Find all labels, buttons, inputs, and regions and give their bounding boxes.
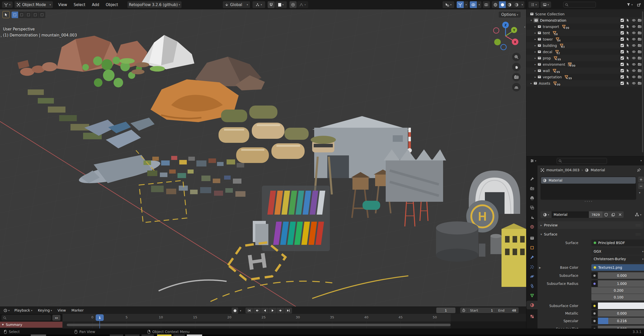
subsurface-slider[interactable]: 0.000 [598,272,644,279]
hide-render-icon[interactable] [638,31,641,35]
outliner-row-building[interactable]: ▸ building 83 [526,42,644,49]
expand-caret[interactable]: ▸ [533,69,538,72]
outliner-display-mode-dropdown[interactable]: ▾ [541,2,551,8]
hide-viewport-icon[interactable] [632,44,636,47]
xray-toggle[interactable] [483,1,490,8]
timeline-menu-view[interactable]: View [55,307,69,314]
material-slot-list[interactable]: Material [541,177,636,200]
outliner-row-demonstration[interactable]: ▾ Demonstration [526,17,644,23]
material-name-field[interactable]: Material [552,211,589,218]
list-resize-grip[interactable]: •••• [584,200,593,203]
select-mode-intersect-button[interactable] [39,12,45,18]
timeline-keyframe-area[interactable] [62,321,526,329]
hide-viewport-icon[interactable] [632,18,636,22]
breadcrumb-object[interactable]: mountain_004.003 [546,168,580,172]
panel-preview[interactable]: ▸Preview:::: [538,221,643,229]
base-color-texture-field[interactable]: Textures1.png [591,264,644,271]
timeline-menu-keying[interactable]: Keying▾ [35,307,55,314]
fake-user-button[interactable] [602,211,610,218]
summary-caret[interactable]: ▼ [2,323,4,326]
expand-caret[interactable]: ▸ [533,63,538,66]
jump-to-end-button[interactable] [284,308,292,314]
material-slot-row[interactable]: Material [541,177,636,184]
selectable-icon[interactable] [626,50,630,54]
subsurface-socket-button[interactable] [591,272,597,279]
shading-rendered-button[interactable] [513,1,520,8]
hide-render-icon[interactable] [638,81,641,85]
expand-caret[interactable]: ▸ [533,76,538,78]
tab-texture[interactable] [526,312,538,321]
selectable-icon[interactable] [626,18,630,22]
menu-view[interactable]: View [55,0,70,9]
gizmo-neg-y-axis[interactable] [494,39,501,45]
subsurface-color-swatch[interactable] [598,303,644,309]
panel-drag-grip[interactable]: :::: [636,232,641,236]
checkbox-icon[interactable] [620,44,624,47]
pin-icon[interactable] [637,168,641,172]
hide-render-icon[interactable] [638,62,641,66]
hide-viewport-icon[interactable] [632,81,636,85]
end-frame-field[interactable]: End48 [495,309,519,312]
checkbox-icon[interactable] [620,31,624,35]
outliner-row-environment[interactable]: ▸ environment +99 [526,61,644,68]
hide-render-icon[interactable] [638,69,641,73]
selectable-icon[interactable] [626,75,630,79]
breadcrumb-data[interactable]: Material [591,168,605,172]
hide-viewport-icon[interactable] [632,25,636,28]
tab-view-layer[interactable] [526,203,538,212]
tab-constraints[interactable] [526,282,538,290]
checkbox-icon[interactable] [620,50,624,54]
hide-render-icon[interactable] [638,75,641,79]
timeline-ruler[interactable]: 0 5 10 15 20 25 30 35 40 45 50 [62,314,526,321]
tab-object[interactable] [526,243,538,252]
mode-dropdown[interactable]: Object Mode▾ [15,1,53,8]
transform-orientation-dropdown[interactable]: Global▾ [223,1,250,8]
selectable-icon[interactable] [626,25,630,28]
hide-viewport-icon[interactable] [632,37,636,41]
overlays-dropdown[interactable]: ▾ [477,1,481,8]
hide-render-icon[interactable] [638,44,641,47]
specular-tint-slider[interactable]: 0.000 [598,326,644,328]
timeline-menu-playback[interactable]: Playback▾ [12,307,35,314]
selectable-icon[interactable] [626,56,630,60]
new-collection-button[interactable] [636,2,642,8]
pivot-point-dropdown[interactable]: ▾ [253,1,265,8]
subsurface-radius-x-field[interactable]: 1.000 [598,280,644,287]
auto-keying-button[interactable] [232,308,238,314]
retopoflow-menu[interactable]: RetopoFlow 3.2.6 (github)▾ [127,1,182,8]
outliner-search-input[interactable] [563,2,596,8]
hide-render-icon[interactable] [638,37,641,41]
hide-viewport-icon[interactable] [632,75,636,79]
navigation-gizmo[interactable]: Z Y X [491,20,520,50]
outliner-row-tent[interactable]: ▸ tent 58 [526,30,644,36]
shading-wireframe-button[interactable] [492,1,499,8]
tab-particles[interactable] [526,262,538,271]
subsurface-radius-z-field[interactable]: 0.100 [591,294,644,300]
checkbox-icon[interactable] [620,37,624,41]
add-slot-button[interactable]: + [638,177,644,182]
subsurface-method-dropdown[interactable]: Christensen-Burley▾ [591,256,644,262]
hide-viewport-icon[interactable] [632,31,636,35]
checkbox-icon[interactable] [620,18,624,22]
previous-keyframe-button[interactable] [253,308,261,314]
expand-caret[interactable]: ▸ [533,50,538,53]
browse-material-dropdown[interactable]: ▾ [541,211,552,218]
panel-surface[interactable]: ▾Surface:::: [538,230,643,238]
expand-caret[interactable]: ▾ [529,19,533,22]
object-type-visibility-dropdown[interactable]: ▾ [443,1,454,8]
expand-caret[interactable]: ▸ [533,25,538,28]
selectable-icon[interactable] [626,69,630,73]
selectable-icon[interactable] [626,62,630,66]
current-frame-field[interactable]: 1 [436,308,455,313]
tab-material[interactable] [526,301,538,309]
snap-target-dropdown[interactable]: ▾ [275,1,287,8]
timeline-horizontal-scrollbar[interactable] [67,324,451,326]
expand-caret[interactable]: ▸ [533,57,538,59]
outliner-row-decal[interactable]: ▸ decal 32 [526,49,644,55]
menu-add[interactable]: Add [89,0,102,9]
3d-viewport[interactable]: Options▾ User Perspective (1) Demonstrat… [0,9,526,307]
tab-modifiers[interactable] [526,253,538,261]
selectable-icon[interactable] [626,37,630,41]
snap-toggle[interactable] [268,1,275,8]
selectable-icon[interactable] [626,44,630,47]
